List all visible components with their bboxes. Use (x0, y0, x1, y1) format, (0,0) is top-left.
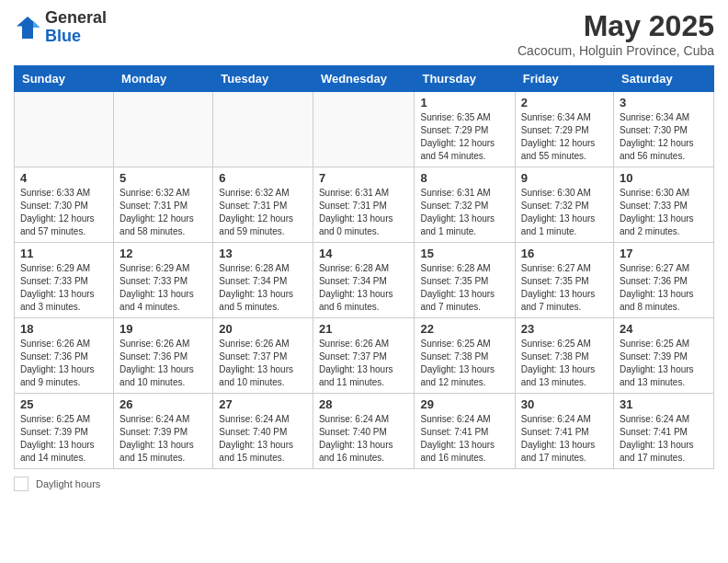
day-info: Sunrise: 6:31 AM Sunset: 7:32 PM Dayligh… (420, 187, 508, 238)
calendar-day-cell: 31Sunrise: 6:24 AM Sunset: 7:41 PM Dayli… (614, 394, 714, 469)
calendar-table: SundayMondayTuesdayWednesdayThursdayFrid… (14, 65, 714, 469)
day-info: Sunrise: 6:34 AM Sunset: 7:30 PM Dayligh… (620, 111, 708, 163)
day-number: 24 (620, 322, 708, 336)
day-number: 12 (119, 247, 207, 260)
day-number: 2 (521, 96, 608, 109)
day-number: 19 (119, 322, 207, 336)
day-number: 21 (319, 322, 409, 336)
day-info: Sunrise: 6:31 AM Sunset: 7:31 PM Dayligh… (319, 187, 409, 238)
day-info: Sunrise: 6:24 AM Sunset: 7:39 PM Dayligh… (119, 413, 207, 465)
logo-icon (14, 14, 41, 41)
day-info: Sunrise: 6:25 AM Sunset: 7:39 PM Dayligh… (620, 338, 708, 389)
daylight-swatch (14, 477, 28, 491)
calendar-day-cell: 11Sunrise: 6:29 AM Sunset: 7:33 PM Dayli… (15, 243, 114, 318)
calendar-day-cell: 5Sunrise: 6:32 AM Sunset: 7:31 PM Daylig… (114, 167, 213, 243)
day-info: Sunrise: 6:24 AM Sunset: 7:40 PM Dayligh… (319, 413, 409, 465)
day-number: 10 (620, 171, 708, 185)
day-info: Sunrise: 6:30 AM Sunset: 7:32 PM Dayligh… (521, 187, 608, 238)
calendar-day-cell: 9Sunrise: 6:30 AM Sunset: 7:32 PM Daylig… (515, 167, 613, 243)
calendar-day-cell: 10Sunrise: 6:30 AM Sunset: 7:33 PM Dayli… (614, 167, 714, 243)
day-info: Sunrise: 6:26 AM Sunset: 7:36 PM Dayligh… (20, 338, 108, 389)
day-number: 8 (420, 171, 508, 185)
calendar-day-cell: 28Sunrise: 6:24 AM Sunset: 7:40 PM Dayli… (313, 394, 415, 469)
day-info: Sunrise: 6:27 AM Sunset: 7:35 PM Dayligh… (521, 262, 608, 314)
calendar-day-cell (114, 92, 213, 167)
calendar-day-cell: 23Sunrise: 6:25 AM Sunset: 7:38 PM Dayli… (515, 318, 613, 394)
day-info: Sunrise: 6:29 AM Sunset: 7:33 PM Dayligh… (119, 262, 207, 314)
calendar-header-row: SundayMondayTuesdayWednesdayThursdayFrid… (15, 66, 714, 92)
day-info: Sunrise: 6:28 AM Sunset: 7:34 PM Dayligh… (219, 262, 307, 314)
day-number: 15 (420, 247, 508, 260)
calendar-week-row: 11Sunrise: 6:29 AM Sunset: 7:33 PM Dayli… (15, 243, 714, 318)
day-number: 17 (620, 247, 708, 260)
calendar-day-cell (313, 92, 415, 167)
calendar-week-row: 1Sunrise: 6:35 AM Sunset: 7:29 PM Daylig… (15, 92, 714, 167)
title-block: May 2025 Cacocum, Holguin Province, Cuba (518, 9, 714, 58)
day-info: Sunrise: 6:34 AM Sunset: 7:29 PM Dayligh… (521, 111, 608, 163)
day-number: 20 (219, 322, 307, 336)
day-number: 31 (620, 397, 708, 411)
calendar-day-cell: 24Sunrise: 6:25 AM Sunset: 7:39 PM Dayli… (614, 318, 714, 394)
calendar-day-cell: 16Sunrise: 6:27 AM Sunset: 7:35 PM Dayli… (515, 243, 613, 318)
day-info: Sunrise: 6:25 AM Sunset: 7:38 PM Dayligh… (420, 338, 508, 389)
day-info: Sunrise: 6:28 AM Sunset: 7:35 PM Dayligh… (420, 262, 508, 314)
day-info: Sunrise: 6:24 AM Sunset: 7:41 PM Dayligh… (620, 413, 708, 465)
calendar-day-header: Tuesday (213, 66, 313, 92)
calendar-day-cell: 19Sunrise: 6:26 AM Sunset: 7:36 PM Dayli… (114, 318, 213, 394)
calendar-day-cell: 13Sunrise: 6:28 AM Sunset: 7:34 PM Dayli… (213, 243, 313, 318)
day-info: Sunrise: 6:32 AM Sunset: 7:31 PM Dayligh… (219, 187, 307, 238)
day-info: Sunrise: 6:33 AM Sunset: 7:30 PM Dayligh… (20, 187, 108, 238)
calendar-day-header: Saturday (614, 66, 714, 92)
day-number: 28 (319, 397, 409, 411)
day-number: 16 (521, 247, 608, 260)
day-info: Sunrise: 6:32 AM Sunset: 7:31 PM Dayligh… (119, 187, 207, 238)
day-number: 1 (420, 96, 508, 109)
calendar-week-row: 25Sunrise: 6:25 AM Sunset: 7:39 PM Dayli… (15, 394, 714, 469)
day-info: Sunrise: 6:26 AM Sunset: 7:37 PM Dayligh… (319, 338, 409, 389)
day-info: Sunrise: 6:24 AM Sunset: 7:41 PM Dayligh… (521, 413, 608, 465)
day-number: 4 (20, 171, 108, 185)
calendar-day-cell (15, 92, 114, 167)
calendar-day-cell: 18Sunrise: 6:26 AM Sunset: 7:36 PM Dayli… (15, 318, 114, 394)
day-info: Sunrise: 6:24 AM Sunset: 7:41 PM Dayligh… (420, 413, 508, 465)
day-info: Sunrise: 6:26 AM Sunset: 7:36 PM Dayligh… (119, 338, 207, 389)
day-number: 29 (420, 397, 508, 411)
day-number: 9 (521, 171, 608, 185)
calendar-day-cell: 20Sunrise: 6:26 AM Sunset: 7:37 PM Dayli… (213, 318, 313, 394)
page-header: General Blue May 2025 Cacocum, Holguin P… (14, 9, 714, 58)
calendar-day-header: Thursday (415, 66, 515, 92)
calendar-day-cell: 29Sunrise: 6:24 AM Sunset: 7:41 PM Dayli… (415, 394, 515, 469)
day-number: 3 (620, 96, 708, 109)
day-number: 22 (420, 322, 508, 336)
location-subtitle: Cacocum, Holguin Province, Cuba (518, 43, 714, 58)
calendar-day-header: Friday (515, 66, 613, 92)
logo-text: General Blue (45, 9, 107, 46)
day-info: Sunrise: 6:28 AM Sunset: 7:34 PM Dayligh… (319, 262, 409, 314)
calendar-day-cell: 27Sunrise: 6:24 AM Sunset: 7:40 PM Dayli… (213, 394, 313, 469)
day-number: 18 (20, 322, 108, 336)
calendar-day-cell: 8Sunrise: 6:31 AM Sunset: 7:32 PM Daylig… (415, 167, 515, 243)
daylight-label: Daylight hours (36, 478, 100, 489)
day-number: 7 (319, 171, 409, 185)
calendar-day-cell: 14Sunrise: 6:28 AM Sunset: 7:34 PM Dayli… (313, 243, 415, 318)
day-info: Sunrise: 6:27 AM Sunset: 7:36 PM Dayligh… (620, 262, 708, 314)
day-number: 14 (319, 247, 409, 260)
footer-note: Daylight hours (14, 477, 714, 491)
day-number: 27 (219, 397, 307, 411)
calendar-day-cell (213, 92, 313, 167)
calendar-day-cell: 6Sunrise: 6:32 AM Sunset: 7:31 PM Daylig… (213, 167, 313, 243)
day-number: 23 (521, 322, 608, 336)
calendar-day-cell: 21Sunrise: 6:26 AM Sunset: 7:37 PM Dayli… (313, 318, 415, 394)
calendar-day-cell: 4Sunrise: 6:33 AM Sunset: 7:30 PM Daylig… (15, 167, 114, 243)
logo-blue: Blue (45, 27, 81, 45)
calendar-day-header: Sunday (15, 66, 114, 92)
calendar-day-cell: 1Sunrise: 6:35 AM Sunset: 7:29 PM Daylig… (415, 92, 515, 167)
day-number: 13 (219, 247, 307, 260)
day-info: Sunrise: 6:29 AM Sunset: 7:33 PM Dayligh… (20, 262, 108, 314)
day-info: Sunrise: 6:25 AM Sunset: 7:38 PM Dayligh… (521, 338, 608, 389)
day-info: Sunrise: 6:25 AM Sunset: 7:39 PM Dayligh… (20, 413, 108, 465)
calendar-day-cell: 12Sunrise: 6:29 AM Sunset: 7:33 PM Dayli… (114, 243, 213, 318)
calendar-day-cell: 2Sunrise: 6:34 AM Sunset: 7:29 PM Daylig… (515, 92, 613, 167)
calendar-day-cell: 7Sunrise: 6:31 AM Sunset: 7:31 PM Daylig… (313, 167, 415, 243)
day-info: Sunrise: 6:24 AM Sunset: 7:40 PM Dayligh… (219, 413, 307, 465)
